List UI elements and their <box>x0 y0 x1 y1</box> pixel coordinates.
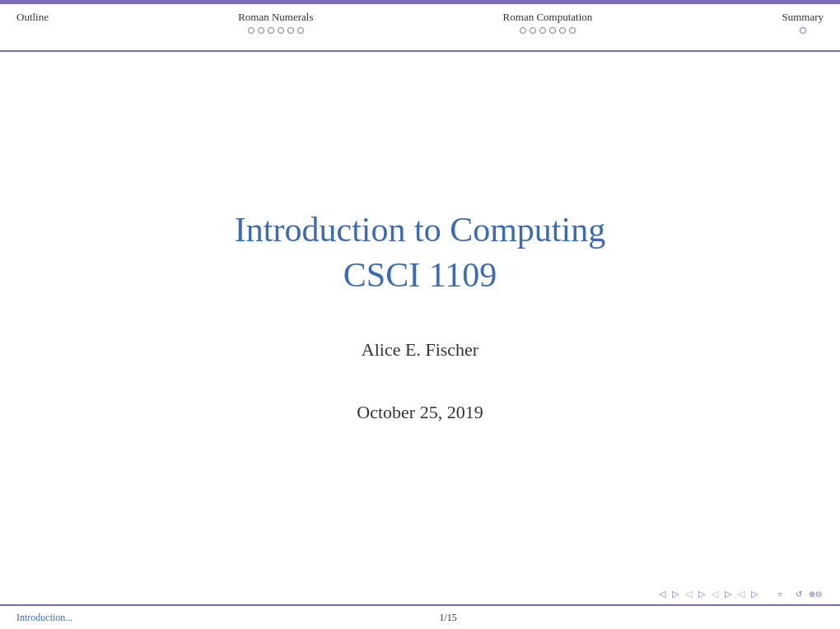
slide-footer: Introduction... 1/15 <box>0 604 840 629</box>
presentation-controls: ◁ ▷ ◁ ▷ ◁ ▷ ◁ ▷ ≡ ↺ ⊕⊖ <box>657 589 824 599</box>
dot-rc-4 <box>549 27 556 34</box>
slide-title-line1: Introduction to Computing <box>235 211 605 249</box>
nav-dots-roman-computation <box>520 27 576 34</box>
dot-5 <box>287 27 294 34</box>
nav-label-outline: Outline <box>16 11 49 24</box>
slide-author: Alice E. Fischer <box>362 339 478 361</box>
nav-item-roman-numerals[interactable]: Roman Numerals <box>238 11 313 34</box>
dot-s-1 <box>800 27 806 34</box>
dot-rc-6 <box>569 27 576 34</box>
slide-content: Introduction to Computing CSCI 1109 Alic… <box>0 52 840 579</box>
slide-title-line2: CSCI 1109 <box>343 256 497 294</box>
nav-label-roman-computation: Roman Computation <box>503 11 593 24</box>
next-frame-arrow[interactable]: ▷ <box>670 589 680 599</box>
undo-icon[interactable]: ↺ <box>794 589 804 599</box>
nav-label-roman-numerals: Roman Numerals <box>238 11 313 24</box>
end-arrow[interactable]: ▷ <box>749 589 759 599</box>
prev-frame-arrow[interactable]: ◁ <box>657 589 667 599</box>
separator-3: ◁ <box>736 589 746 599</box>
next-section-arrow[interactable]: ▷ <box>723 589 733 599</box>
nav-item-summary[interactable]: Summary <box>782 11 824 34</box>
dot-rc-5 <box>559 27 566 34</box>
separator-2: ◁ <box>710 589 720 599</box>
align-icon[interactable]: ≡ <box>776 589 784 599</box>
slide-date: October 25, 2019 <box>357 402 483 423</box>
nav-dots-roman-numerals <box>248 27 304 34</box>
dot-3 <box>268 27 274 34</box>
prev-section-arrow[interactable]: ▷ <box>697 589 707 599</box>
dot-6 <box>297 27 304 34</box>
dot-rc-1 <box>520 27 526 34</box>
nav-dots-summary <box>800 27 806 34</box>
nav-item-roman-computation[interactable]: Roman Computation <box>503 11 593 34</box>
dot-4 <box>278 27 284 34</box>
slide-navigation: Outline Roman Numerals Roman Computation… <box>0 4 840 52</box>
slide-title: Introduction to Computing CSCI 1109 <box>235 207 605 297</box>
footer-left-text: Introduction... <box>16 612 72 624</box>
separator-1: ◁ <box>684 589 693 599</box>
zoom-icon[interactable]: ⊕⊖ <box>807 589 824 599</box>
nav-label-summary: Summary <box>782 11 824 24</box>
nav-item-outline[interactable]: Outline <box>16 11 49 24</box>
dot-rc-3 <box>539 27 546 34</box>
dot-2 <box>258 27 264 34</box>
dot-1 <box>248 27 254 34</box>
dot-rc-2 <box>530 27 536 34</box>
slide-number: 1/15 <box>439 612 456 624</box>
